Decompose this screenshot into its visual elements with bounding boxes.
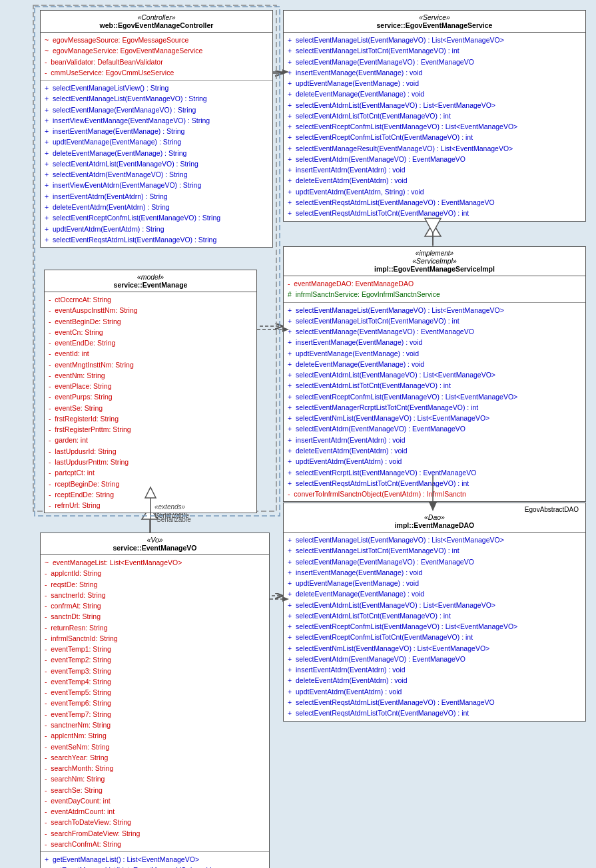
- vo-f14: - eventTemp6: String: [45, 698, 265, 708]
- controller-box: «Controller» web::EgovEventManageControl…: [40, 10, 273, 248]
- simpl-m10: + selectEventManagerRcrptListTotCnt(Even…: [288, 402, 581, 413]
- svc-m14: + deleteEventAtdrn(EventAtdrn) : void: [288, 175, 581, 186]
- em-f16: - lastUpdusrPnttm: String: [49, 457, 252, 467]
- ctrl-f1: ~ egovMessageSource: EgovMessageSource: [45, 35, 268, 45]
- simpl-f1: - eventManageDAO: EventManageDAO: [288, 278, 581, 289]
- svc-m2: + selectEventManageListTotCnt(EventManag…: [288, 45, 581, 56]
- serviceimpl-box: «implement» «ServiceImpl» impl::EgovEven…: [283, 246, 586, 502]
- simpl-m12: + selectEventAtdrn(EventManageVO) : Even…: [288, 423, 581, 434]
- em-f5: - eventEndDe: String: [49, 337, 252, 348]
- dao-m2: + selectEventManageListTotCnt(EventManag…: [288, 545, 581, 556]
- em-f19: - rceptEndDe: String: [49, 489, 252, 500]
- svc-m9: + selectEventRceptConfmList(EventManageV…: [288, 121, 581, 132]
- simpl-m5: + updtEventManage(EventManage) : void: [288, 348, 581, 359]
- svc-m17: + selectEventReqstAtdrnListTotCnt(EventM…: [288, 208, 581, 218]
- vo-f9: - eventTemp1: String: [45, 644, 265, 654]
- vo-f27: - searchConfmAt: String: [45, 839, 265, 849]
- em-f15: - lastUpdusrId: String: [49, 446, 252, 457]
- vo-f23: - eventDayCount: int: [45, 795, 265, 806]
- vo-f18: - eventSeNm: String: [45, 742, 265, 752]
- em-f11: - eventSe: String: [49, 403, 252, 413]
- dao-abstract-label: EgovAbstractDAO: [288, 506, 581, 513]
- simpl-m11: + selectEventNmList(EventManageVO) : Lis…: [288, 413, 581, 423]
- svg-marker-2: [425, 223, 441, 236]
- serviceimpl-methods: + selectEventManageList(EventManageVO) :…: [284, 303, 585, 502]
- serviceimpl-stereotype: «ServiceImpl»: [288, 257, 581, 265]
- controller-methods: + selectEventManageListView() : String +…: [41, 81, 272, 247]
- vo-f3: - reqstDe: String: [45, 579, 265, 590]
- dao-m7: + selectEventAtdrnList(EventManageVO) : …: [288, 600, 581, 610]
- svc-m5: + updtEventManage(EventManage) : void: [288, 78, 581, 89]
- ctrl-m4: + insertViewEventManage(EventManageVO) :…: [45, 115, 268, 126]
- vo-f13: - eventTemp5: String: [45, 687, 265, 698]
- em-f18: - rceptBeginDe: String: [49, 479, 252, 489]
- vo-f11: - eventTemp3: String: [45, 666, 265, 676]
- dao-header: EgovAbstractDAO «Dao» impl::EventManageD…: [284, 503, 585, 533]
- simpl-m14: + deleteEventAtdrn(EventAtdrn) : void: [288, 445, 581, 456]
- em-f10: - eventPurps: String: [49, 391, 252, 402]
- vo-f26: - searchFromDateView: String: [45, 828, 265, 839]
- dao-m15: + updtEventAtdrn(EventAtdrn) : void: [288, 686, 581, 697]
- simpl-m2: + selectEventManageListTotCnt(EventManag…: [288, 316, 581, 326]
- ctrl-m6: + updtEventManage(EventManage) : String: [45, 136, 268, 147]
- dao-m11: + selectEventNmList(EventManageVO) : Lis…: [288, 643, 581, 654]
- vo-f15: - eventTemp7: String: [45, 709, 265, 720]
- controller-stereotype: «Controller»: [45, 13, 268, 21]
- dao-m5: + updtEventManage(EventManage) : void: [288, 578, 581, 588]
- vo-f12: - eventTemp4: String: [45, 676, 265, 687]
- dao-m9: + selectEventRceptConfmList(EventManageV…: [288, 621, 581, 632]
- svc-m4: + insertEventManage(EventManage) : void: [288, 67, 581, 78]
- eventmanagevo-header: «Vo» service::EventManageVO: [41, 533, 269, 555]
- eventmanage-box: «model» service::EventManage - ctOccrncA…: [44, 270, 257, 513]
- simpl-m15: + updtEventAtdrn(EventAtdrn) : void: [288, 456, 581, 467]
- service-header: «Service» service::EgovEventManageServic…: [284, 11, 585, 33]
- controller-classname: web::EgovEventManageController: [45, 21, 268, 29]
- vo-m1: + getEventManageList() : List<EventManag…: [45, 854, 265, 865]
- eventmanage-header: «model» service::EventManage: [45, 270, 256, 292]
- service-classname: service::EgovEventManageService: [288, 21, 581, 29]
- em-f9: - eventPlace: String: [49, 381, 252, 391]
- ctrl-m7: + deleteEventManage(EventManage) : Strin…: [45, 148, 268, 158]
- eventmanage-fields: - ctOccrncAt: String - eventAuspcInsttNm…: [45, 292, 256, 513]
- serviceimpl-header: «implement» «ServiceImpl» impl::EgovEven…: [284, 247, 585, 276]
- svc-m6: + deleteEventManage(EventManage) : void: [288, 89, 581, 99]
- ctrl-f4: - cmmUseService: EgovCmmUseService: [45, 67, 268, 78]
- simpl-m6: + deleteEventManage(EventManage) : void: [288, 359, 581, 369]
- eventmanagevo-methods: + getEventManageList() : List<EventManag…: [41, 852, 269, 868]
- ctrl-m11: + insertEventAtdrn(EventAtdrn) : String: [45, 191, 268, 202]
- em-f7: - eventMngtInsttNm: String: [49, 359, 252, 370]
- svc-m10: + selectEventRceptConfmListTotCnt(EventM…: [288, 132, 581, 142]
- ctrl-m12: + deleteEventAtdrn(EventAtdrn) : String: [45, 202, 268, 212]
- ctrl-f3: - beanValidator: DefaultBeanValidator: [45, 57, 268, 67]
- service-methods: + selectEventManageList(EventManageVO) :…: [284, 33, 585, 221]
- vo-f24: - eventAtdrnCount: int: [45, 806, 265, 817]
- dao-m8: + selectEventAtdrnListTotCnt(EventManage…: [288, 610, 581, 621]
- diagram-container: «extends» Serializable «Controller» web:…: [0, 0, 596, 868]
- simpl-m13: + insertEventAtdrn(EventAtdrn) : void: [288, 435, 581, 445]
- svc-m1: + selectEventManageList(EventManageVO) :…: [288, 35, 581, 45]
- em-f4: - eventCn: String: [49, 327, 252, 337]
- ctrl-m13: + selectEventRceptConfmList(EventManageV…: [45, 212, 268, 223]
- ctrl-m8: + selectEventAtdrnList(EventManageVO) : …: [45, 158, 268, 169]
- vo-f16: - sanctnerNm: String: [45, 720, 265, 730]
- simpl-m17: + selectEventReqstAtdrnListTotCnt(EventM…: [288, 478, 581, 489]
- ctrl-m10: + insertViewEventAtdrn(EventManageVO) : …: [45, 180, 268, 190]
- service-stereotype: «Service»: [288, 13, 581, 21]
- simpl-m18: - converToInfrmlSanctnObject(EventAtdrn)…: [288, 489, 581, 499]
- simpl-f2: # infrmlSanctnService: EgovInfrmlSanctnS…: [288, 289, 581, 300]
- serviceimpl-fields: - eventManageDAO: EventManageDAO # infrm…: [284, 276, 585, 303]
- vo-f4: - sanctnerId: String: [45, 590, 265, 600]
- em-f17: - partcptCt: int: [49, 467, 252, 478]
- simpl-m1: + selectEventManageList(EventManageVO) :…: [288, 305, 581, 316]
- controller-header: «Controller» web::EgovEventManageControl…: [41, 11, 272, 33]
- serviceimpl-classname: impl::EgovEventManageServiceImpl: [288, 265, 581, 273]
- vo-f25: - searchToDateView: String: [45, 817, 265, 827]
- dao-m1: + selectEventManageList(EventManageVO) :…: [288, 535, 581, 545]
- vo-f1: ~ eventManageList: List<EventManageVO>: [45, 557, 265, 568]
- svc-m8: + selectEventAtdrnListTotCnt(EventManage…: [288, 110, 581, 121]
- vo-f20: - searchMonth: String: [45, 763, 265, 773]
- simpl-m16: + selectEventRcrptList(EventManageVO) : …: [288, 467, 581, 478]
- eventmanagevo-classname: service::EventManageVO: [45, 544, 265, 552]
- vo-f10: - eventTemp2: String: [45, 654, 265, 665]
- dao-m13: + insertEventAtdrn(EventAtdrn) : void: [288, 664, 581, 675]
